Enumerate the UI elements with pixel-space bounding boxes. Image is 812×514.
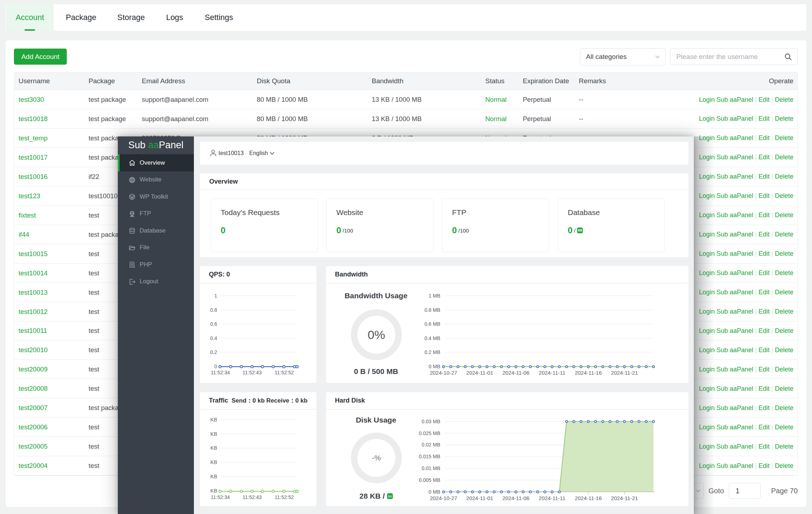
- svg-text:0.03 MB: 0.03 MB: [422, 419, 440, 424]
- svg-text:0.2: 0.2: [210, 349, 217, 355]
- svg-text:11:52:52: 11:52:52: [275, 494, 294, 500]
- svg-text:2024-11-11: 2024-11-11: [539, 370, 566, 376]
- svg-text:0.4 MB: 0.4 MB: [425, 335, 440, 341]
- svg-text:0.01 MB: 0.01 MB: [422, 465, 440, 471]
- svg-text:0.8 MB: 0.8 MB: [425, 307, 440, 313]
- svg-text:2024-11-06: 2024-11-06: [502, 370, 530, 376]
- svg-text:2024-10-27: 2024-10-27: [430, 370, 457, 376]
- svg-text:0.025 MB: 0.025 MB: [419, 430, 440, 436]
- svg-text:11:52:34: 11:52:34: [211, 370, 230, 375]
- svg-text:2024-11-01: 2024-11-01: [466, 370, 493, 376]
- svg-text:KB: KB: [210, 474, 217, 479]
- svg-text:KB: KB: [210, 431, 217, 437]
- svg-text:KB: KB: [210, 445, 217, 451]
- svg-text:1: 1: [214, 293, 217, 299]
- svg-text:2024-11-01: 2024-11-01: [466, 495, 493, 501]
- svg-text:0: 0: [214, 364, 217, 369]
- svg-text:0.4: 0.4: [210, 335, 217, 341]
- svg-text:2024-11-16: 2024-11-16: [575, 495, 602, 501]
- svg-text:11:52:43: 11:52:43: [242, 370, 262, 375]
- svg-text:KB: KB: [210, 488, 217, 494]
- svg-text:2024-11-16: 2024-11-16: [575, 370, 602, 376]
- svg-text:1 MB: 1 MB: [428, 293, 440, 299]
- svg-text:0.6 MB: 0.6 MB: [425, 321, 440, 327]
- svg-text:KB: KB: [210, 459, 217, 465]
- svg-text:2024-11-21: 2024-11-21: [611, 495, 638, 501]
- svg-text:11:52:34: 11:52:34: [211, 494, 230, 500]
- svg-text:11:52:43: 11:52:43: [242, 494, 262, 500]
- svg-text:0.2 MB: 0.2 MB: [425, 349, 440, 355]
- svg-text:0 MB: 0 MB: [428, 364, 440, 369]
- svg-text:KB: KB: [210, 417, 217, 423]
- svg-text:2024-11-11: 2024-11-11: [539, 495, 566, 501]
- svg-text:0 MB: 0 MB: [428, 489, 440, 495]
- svg-text:0.02 MB: 0.02 MB: [422, 442, 440, 448]
- svg-text:0.6: 0.6: [210, 321, 217, 327]
- svg-text:2024-11-21: 2024-11-21: [611, 370, 638, 376]
- svg-text:0.005 MB: 0.005 MB: [419, 477, 440, 483]
- svg-text:2024-10-27: 2024-10-27: [430, 495, 457, 501]
- svg-text:2024-11-06: 2024-11-06: [502, 495, 530, 501]
- svg-text:0.8: 0.8: [210, 307, 217, 313]
- svg-text:11:52:52: 11:52:52: [275, 370, 294, 375]
- svg-text:0.015 MB: 0.015 MB: [419, 454, 440, 459]
